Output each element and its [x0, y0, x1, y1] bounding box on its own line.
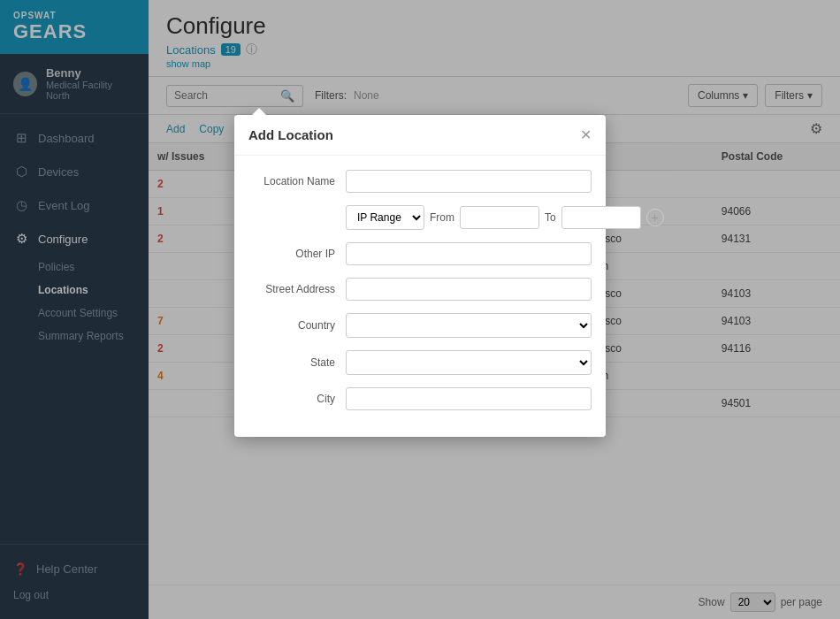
- other-ip-label: Other IP: [248, 248, 346, 260]
- modal-title: Add Location: [248, 127, 333, 142]
- location-name-row: Location Name: [248, 170, 592, 193]
- street-address-row: Street Address: [248, 278, 592, 301]
- city-input[interactable]: [346, 387, 592, 410]
- modal-body: Location Name IP Range Single IP CIDR Fr…: [234, 156, 606, 437]
- to-label: To: [545, 211, 556, 224]
- state-label: State: [248, 356, 346, 369]
- modal-overlay: Add Location ✕ Location Name IP Range Si…: [0, 0, 840, 619]
- other-ip-input[interactable]: [346, 242, 592, 265]
- ip-type-select[interactable]: IP Range Single IP CIDR: [346, 205, 424, 230]
- country-row: Country: [248, 313, 592, 338]
- modal-close-button[interactable]: ✕: [580, 128, 592, 142]
- city-row: City: [248, 387, 592, 410]
- ip-to-input[interactable]: [561, 206, 641, 229]
- country-select[interactable]: [346, 313, 592, 338]
- state-select[interactable]: [346, 350, 592, 375]
- modal-caret: [252, 108, 266, 115]
- location-name-label: Location Name: [248, 175, 346, 187]
- street-address-label: Street Address: [248, 283, 346, 295]
- add-location-modal: Add Location ✕ Location Name IP Range Si…: [234, 115, 606, 437]
- location-name-input[interactable]: [346, 170, 592, 193]
- ip-add-button[interactable]: +: [646, 209, 664, 226]
- country-label: Country: [248, 319, 346, 332]
- other-ip-row: Other IP: [248, 242, 592, 265]
- modal-header: Add Location ✕: [234, 115, 606, 156]
- ip-from-to: From To +: [430, 206, 664, 229]
- state-row: State: [248, 350, 592, 375]
- ip-range-row: IP Range Single IP CIDR From To +: [248, 205, 592, 230]
- city-label: City: [248, 393, 346, 405]
- ip-from-input[interactable]: [460, 206, 539, 229]
- from-label: From: [430, 211, 454, 224]
- street-address-input[interactable]: [346, 278, 592, 301]
